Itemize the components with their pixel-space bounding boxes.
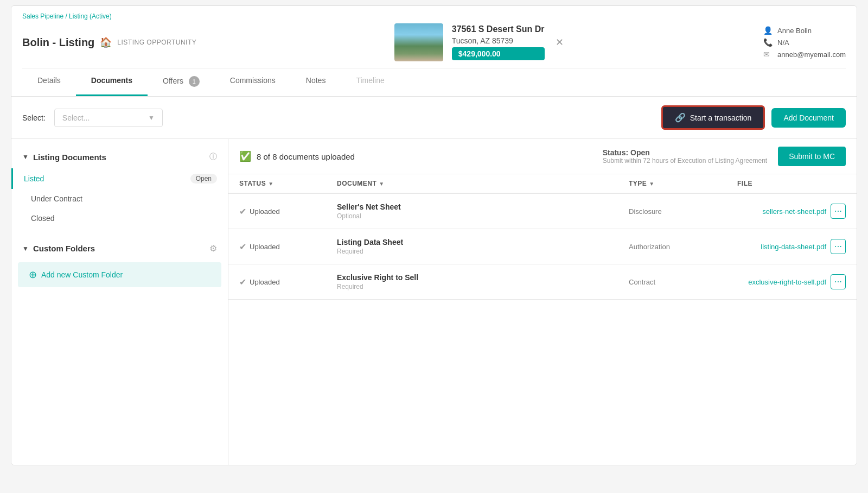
row2-doc: Listing Data Sheet Required: [337, 238, 629, 255]
tab-documents[interactable]: Documents: [76, 68, 148, 96]
listed-label: Listed: [24, 174, 185, 183]
row3-doc-name: Exclusive Right to Sell: [337, 273, 629, 282]
uploaded-check-icon: ✔: [239, 277, 246, 287]
listing-docs-section-header: ▼ Listing Documents ⓘ: [11, 148, 228, 166]
submit-note: Submit within 72 hours of Execution of L…: [603, 157, 768, 165]
contact-name-row: 👤 Anne Bolin: [763, 26, 846, 35]
contact-email-row: ✉ anneb@myemail.com: [763, 50, 846, 59]
chevron-down-icon: ▼: [22, 153, 29, 161]
uploaded-check-icon: ✔: [239, 242, 246, 252]
closed-label: Closed: [31, 214, 55, 223]
contact-email: anneb@myemail.com: [777, 50, 846, 59]
tab-bar: Details Documents Offers 1 Commissions N…: [22, 68, 846, 96]
header: Sales Pipeline / Listing (Active) Bolin …: [11, 6, 857, 97]
row1-file-cell: sellers-net-sheet.pdf ⋯: [737, 204, 846, 219]
row3-menu-button[interactable]: ⋯: [831, 274, 846, 289]
breadcrumb[interactable]: Sales Pipeline / Listing (Active): [22, 12, 846, 20]
row3-file-cell: exclusive-right-to-sell.pdf ⋯: [737, 274, 846, 289]
header-top: Bolin - Listing 🏠 LISTING OPPORTUNITY 37…: [22, 23, 846, 68]
sidebar-item-listed[interactable]: Listed Open: [11, 168, 228, 189]
listing-docs-items: Listed Open Under Contract Closed: [11, 166, 228, 230]
start-transaction-button[interactable]: 🔗 Start a transaction: [661, 105, 765, 130]
phone-icon: 📞: [763, 38, 773, 47]
row2-status: ✔ Uploaded: [239, 242, 337, 252]
property-address: 37561 S Desert Sun Dr: [452, 24, 545, 34]
table-row: ✔ Uploaded Listing Data Sheet Required A…: [228, 229, 857, 264]
row1-doc: Seller's Net Sheet Optional: [337, 203, 629, 220]
col-type-header[interactable]: TYPE ▼: [629, 180, 737, 187]
row2-type: Authorization: [629, 243, 737, 251]
chevron-down-icon: ▼: [148, 114, 155, 122]
col-status-header[interactable]: STATUS ▼: [239, 180, 337, 187]
property-price: $429,000.00: [452, 47, 545, 60]
info-icon[interactable]: ⓘ: [209, 152, 217, 162]
col-document-header[interactable]: DOCUMENT ▼: [337, 180, 629, 187]
documents-main: ✅ 8 of 8 documents uploaded Status: Open…: [228, 139, 857, 465]
listing-docs-label: Listing Documents: [33, 153, 106, 162]
table-row: ✔ Uploaded Seller's Net Sheet Optional D…: [228, 194, 857, 229]
row2-doc-name: Listing Data Sheet: [337, 238, 629, 246]
link-icon: 🔗: [675, 112, 686, 123]
documents-table: STATUS ▼ DOCUMENT ▼ TYPE ▼ FILE: [228, 174, 857, 300]
tab-commissions-label: Commissions: [230, 76, 276, 85]
add-document-label: Add Document: [783, 113, 834, 122]
plus-circle-icon: ⊕: [29, 269, 37, 281]
tab-notes[interactable]: Notes: [291, 68, 341, 96]
row1-status-text: Uploaded: [250, 207, 280, 216]
tab-details[interactable]: Details: [22, 68, 76, 96]
add-document-button[interactable]: Add Document: [771, 108, 846, 128]
email-icon: ✉: [763, 50, 773, 59]
status-label: Status: Open: [603, 148, 650, 157]
doc-status-bar: ✅ 8 of 8 documents uploaded Status: Open…: [228, 139, 857, 174]
tab-timeline-label: Timeline: [356, 76, 384, 85]
documents-section: ✅ 8 of 8 documents uploaded Status: Open…: [228, 139, 857, 300]
house-icon: 🏠: [100, 36, 112, 48]
header-center: 37561 S Desert Sun Dr Tucson, AZ 85739 $…: [394, 23, 566, 61]
doc-status-right: Status: Open Submit within 72 hours of E…: [603, 147, 846, 166]
status-info: Status: Open Submit within 72 hours of E…: [603, 148, 768, 165]
contact-phone: N/A: [777, 39, 789, 47]
user-icon: 👤: [763, 26, 773, 35]
tab-offers-label: Offers: [163, 77, 183, 85]
sidebar-item-closed[interactable]: Closed: [11, 208, 228, 228]
header-left: Bolin - Listing 🏠 LISTING OPPORTUNITY: [22, 36, 196, 49]
row1-menu-button[interactable]: ⋯: [831, 204, 846, 219]
row2-file-link[interactable]: listing-data-sheet.pdf: [761, 243, 826, 251]
property-image: [394, 23, 443, 61]
submit-btn-label: Submit to MC: [789, 152, 835, 161]
row2-menu-button[interactable]: ⋯: [831, 239, 846, 254]
row2-status-text: Uploaded: [250, 243, 280, 251]
contact-name: Anne Bolin: [777, 27, 812, 35]
tab-details-label: Details: [37, 76, 61, 85]
submit-to-mc-button[interactable]: Submit to MC: [778, 147, 846, 166]
toolbar: Select: Select... ▼ 🔗 Start a transactio…: [11, 97, 857, 139]
breadcrumb-text: Sales Pipeline / Listing (Active): [22, 12, 112, 20]
gear-icon[interactable]: ⚙: [209, 243, 217, 254]
row1-doc-name: Seller's Net Sheet: [337, 203, 629, 211]
row1-status: ✔ Uploaded: [239, 206, 337, 217]
doc-status-left: ✅ 8 of 8 documents uploaded: [239, 150, 355, 162]
start-transaction-label: Start a transaction: [690, 113, 752, 122]
close-button[interactable]: ✕: [553, 34, 566, 50]
custom-folders-title: ▼ Custom Folders: [22, 244, 95, 253]
tab-offers[interactable]: Offers 1: [148, 68, 215, 96]
document-sort-icon: ▼: [379, 181, 384, 187]
tab-commissions[interactable]: Commissions: [215, 68, 291, 96]
listing-title: Bolin - Listing: [22, 36, 94, 49]
sidebar-item-under-contract[interactable]: Under Contract: [11, 189, 228, 208]
row3-file-link[interactable]: exclusive-right-to-sell.pdf: [748, 278, 826, 286]
add-custom-folder-button[interactable]: ⊕ Add new Custom Folder: [18, 262, 221, 287]
row3-doc: Exclusive Right to Sell Required: [337, 273, 629, 290]
row1-file-link[interactable]: sellers-net-sheet.pdf: [762, 207, 826, 216]
uploaded-check-icon: ✔: [239, 206, 246, 217]
custom-folders-section-header: ▼ Custom Folders ⚙: [11, 239, 228, 258]
property-details: 37561 S Desert Sun Dr Tucson, AZ 85739 $…: [452, 24, 545, 60]
custom-folders-label: Custom Folders: [33, 244, 95, 253]
select-dropdown[interactable]: Select... ▼: [54, 109, 163, 127]
sidebar: ▼ Listing Documents ⓘ Listed Open Under …: [11, 139, 228, 465]
under-contract-label: Under Contract: [31, 194, 82, 203]
row3-status-text: Uploaded: [250, 278, 280, 286]
row3-doc-sub: Required: [337, 283, 629, 290]
table-row: ✔ Uploaded Exclusive Right to Sell Requi…: [228, 264, 857, 300]
row3-type: Contract: [629, 278, 737, 286]
